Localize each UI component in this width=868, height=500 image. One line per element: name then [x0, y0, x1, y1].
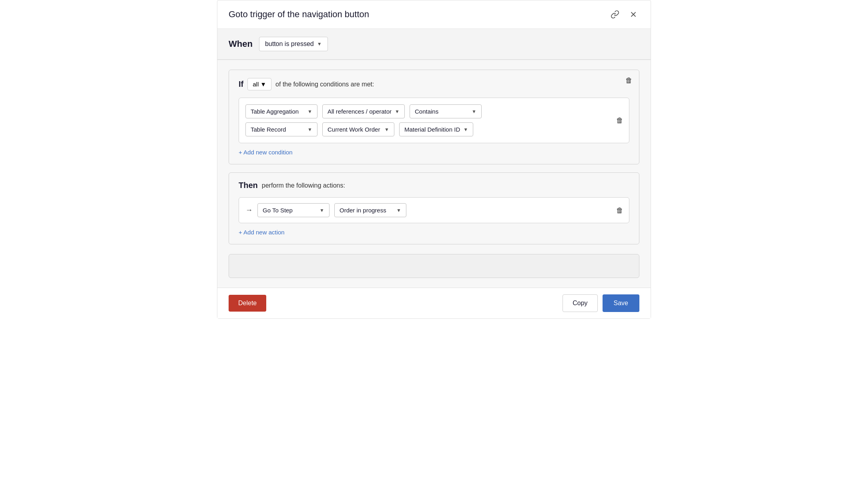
header-icons — [609, 8, 639, 20]
order-in-progress-dropdown[interactable]: Order in progress ▼ — [334, 203, 406, 217]
action-row-delete-button[interactable]: 🗑 — [616, 206, 623, 214]
bottom-bar: Delete Copy Save — [217, 288, 651, 318]
current-work-order-dropdown[interactable]: Current Work Order ▼ — [322, 122, 394, 136]
material-definition-value: Material Definition ID — [404, 126, 460, 133]
all-arrow-icon: ▼ — [260, 81, 266, 88]
right-buttons: Copy Save — [563, 294, 639, 312]
link-icon-button[interactable] — [609, 8, 621, 20]
current-work-order-value: Current Work Order — [328, 126, 380, 133]
all-references-value: All references / operator — [328, 108, 392, 115]
modal-title: Goto trigger of the navigation button — [229, 9, 369, 20]
main-content: If all ▼ of the following conditions are… — [217, 60, 651, 288]
action-arrow-icon: → — [245, 206, 253, 214]
condition-row-inner: Table Aggregation ▼ All references / ope… — [245, 104, 609, 136]
table-aggregation-dropdown[interactable]: Table Aggregation ▼ — [245, 104, 317, 118]
go-to-step-value: Go To Step — [263, 207, 293, 214]
trigger-dropdown[interactable]: button is pressed ▼ — [259, 37, 328, 51]
contains-dropdown[interactable]: Contains ▼ — [410, 104, 482, 118]
all-references-dropdown[interactable]: All references / operator ▼ — [322, 104, 405, 118]
close-icon-button[interactable] — [627, 8, 639, 20]
go-to-step-dropdown[interactable]: Go To Step ▼ — [257, 203, 330, 217]
add-action-button[interactable]: + Add new action — [239, 229, 285, 236]
order-in-progress-arrow-icon: ▼ — [396, 208, 401, 213]
condition-row-delete-button[interactable]: 🗑 — [616, 116, 623, 125]
trigger-value: button is pressed — [265, 40, 314, 48]
action-row: → Go To Step ▼ Order in progress ▼ 🗑 — [239, 197, 629, 223]
condition-text: of the following conditions are met: — [275, 81, 374, 88]
when-bar: When button is pressed ▼ — [217, 29, 651, 60]
then-label: Then — [239, 181, 258, 190]
when-label: When — [229, 39, 253, 49]
go-to-step-arrow-icon: ▼ — [319, 208, 324, 213]
if-header: If all ▼ of the following conditions are… — [239, 78, 629, 90]
all-references-arrow-icon: ▼ — [395, 109, 400, 114]
if-block: If all ▼ of the following conditions are… — [229, 70, 639, 164]
add-condition-button[interactable]: + Add new condition — [239, 149, 293, 156]
table-record-value: Table Record — [251, 126, 286, 133]
material-definition-arrow-icon: ▼ — [463, 127, 468, 132]
copy-button[interactable]: Copy — [563, 294, 597, 312]
table-record-arrow-icon: ▼ — [307, 127, 312, 132]
then-text: perform the following actions: — [262, 182, 345, 189]
condition-row-top: Table Aggregation ▼ All references / ope… — [245, 104, 609, 118]
delete-button[interactable]: Delete — [229, 295, 266, 312]
table-record-dropdown[interactable]: Table Record ▼ — [245, 122, 317, 136]
if-block-delete-button[interactable]: 🗑 — [625, 76, 633, 85]
all-dropdown[interactable]: all ▼ — [247, 78, 271, 90]
contains-value: Contains — [415, 108, 438, 115]
material-definition-dropdown[interactable]: Material Definition ID ▼ — [399, 122, 473, 136]
modal-header: Goto trigger of the navigation button — [217, 0, 651, 29]
then-header: Then perform the following actions: — [239, 181, 629, 190]
all-value: all — [253, 81, 259, 88]
current-work-order-arrow-icon: ▼ — [384, 127, 389, 132]
condition-row-bottom: Table Record ▼ Current Work Order ▼ Mate… — [245, 122, 609, 136]
if-label: If — [239, 80, 243, 89]
save-button[interactable]: Save — [603, 294, 639, 312]
modal-container: Goto trigger of the navigation button Wh… — [217, 0, 651, 319]
condition-row: Table Aggregation ▼ All references / ope… — [239, 98, 629, 143]
collapsed-block — [229, 254, 639, 278]
table-aggregation-value: Table Aggregation — [251, 108, 299, 115]
order-in-progress-value: Order in progress — [340, 207, 386, 214]
table-aggregation-arrow-icon: ▼ — [307, 109, 312, 114]
contains-arrow-icon: ▼ — [472, 109, 476, 114]
trigger-arrow-icon: ▼ — [317, 41, 322, 47]
then-block: Then perform the following actions: → Go… — [229, 172, 639, 244]
